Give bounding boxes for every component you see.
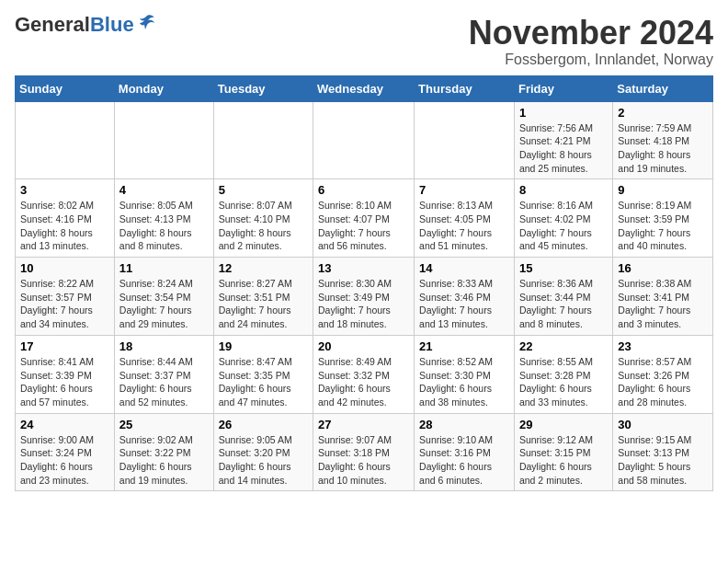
day-number: 30 — [618, 418, 708, 431]
weekday-friday: Friday — [514, 75, 612, 101]
location: Fossbergom, Innlandet, Norway — [469, 52, 713, 68]
day-number: 18 — [119, 339, 209, 353]
day-detail: Sunrise: 9:07 AMSunset: 3:18 PMDaylight:… — [318, 433, 409, 488]
week-row-3: 10Sunrise: 8:22 AMSunset: 3:57 PMDayligh… — [16, 258, 713, 336]
day-cell-6: 6Sunrise: 8:10 AMSunset: 4:07 PMDaylight… — [313, 179, 415, 258]
header: GeneralBlue November 2024 Fossbergom, In… — [15, 15, 713, 68]
day-number: 26 — [219, 418, 308, 431]
day-number: 28 — [419, 418, 509, 431]
week-row-4: 17Sunrise: 8:41 AMSunset: 3:39 PMDayligh… — [16, 335, 713, 413]
day-detail: Sunrise: 8:38 AMSunset: 3:41 PMDaylight:… — [618, 277, 708, 331]
day-detail: Sunrise: 8:22 AMSunset: 3:57 PMDaylight:… — [20, 277, 109, 331]
day-cell-28: 28Sunrise: 9:10 AMSunset: 3:16 PMDayligh… — [415, 413, 515, 491]
day-detail: Sunrise: 8:07 AMSunset: 4:10 PMDaylight:… — [219, 199, 308, 253]
weekday-wednesday: Wednesday — [313, 75, 415, 101]
day-detail: Sunrise: 8:16 AMSunset: 4:02 PMDaylight:… — [519, 199, 608, 253]
day-number: 1 — [519, 106, 608, 120]
day-cell-4: 4Sunrise: 8:05 AMSunset: 4:13 PMDaylight… — [114, 179, 213, 258]
day-number: 25 — [119, 418, 209, 431]
day-cell-23: 23Sunrise: 8:57 AMSunset: 3:26 PMDayligh… — [613, 335, 713, 413]
week-row-1: 1Sunrise: 7:56 AMSunset: 4:21 PMDaylight… — [16, 101, 713, 179]
day-cell-2: 2Sunrise: 7:59 AMSunset: 4:18 PMDaylight… — [613, 101, 713, 179]
day-number: 9 — [618, 183, 708, 197]
day-cell-16: 16Sunrise: 8:38 AMSunset: 3:41 PMDayligh… — [613, 258, 713, 336]
weekday-tuesday: Tuesday — [213, 75, 313, 101]
day-number: 10 — [20, 261, 109, 275]
day-detail: Sunrise: 9:05 AMSunset: 3:20 PMDaylight:… — [219, 433, 308, 488]
day-detail: Sunrise: 8:47 AMSunset: 3:35 PMDaylight:… — [219, 355, 308, 409]
day-number: 19 — [219, 339, 308, 353]
day-detail: Sunrise: 8:19 AMSunset: 3:59 PMDaylight:… — [618, 199, 708, 253]
day-detail: Sunrise: 8:49 AMSunset: 3:32 PMDaylight:… — [318, 355, 409, 409]
day-detail: Sunrise: 9:10 AMSunset: 3:16 PMDaylight:… — [419, 433, 509, 488]
weekday-monday: Monday — [114, 75, 213, 101]
month-title: November 2024 — [469, 15, 713, 52]
day-number: 7 — [419, 183, 509, 197]
day-detail: Sunrise: 8:10 AMSunset: 4:07 PMDaylight:… — [318, 199, 409, 253]
day-cell-22: 22Sunrise: 8:55 AMSunset: 3:28 PMDayligh… — [514, 335, 612, 413]
day-cell-24: 24Sunrise: 9:00 AMSunset: 3:24 PMDayligh… — [16, 413, 115, 491]
day-detail: Sunrise: 9:12 AMSunset: 3:15 PMDaylight:… — [519, 433, 608, 488]
week-row-5: 24Sunrise: 9:00 AMSunset: 3:24 PMDayligh… — [16, 413, 713, 491]
day-number: 29 — [519, 418, 608, 431]
day-cell-14: 14Sunrise: 8:33 AMSunset: 3:46 PMDayligh… — [415, 258, 515, 336]
day-cell-5: 5Sunrise: 8:07 AMSunset: 4:10 PMDaylight… — [213, 179, 313, 258]
logo: GeneralBlue — [15, 15, 156, 35]
weekday-thursday: Thursday — [415, 75, 515, 101]
day-detail: Sunrise: 9:15 AMSunset: 3:13 PMDaylight:… — [618, 433, 708, 488]
day-detail: Sunrise: 8:02 AMSunset: 4:16 PMDaylight:… — [20, 199, 109, 253]
day-cell-18: 18Sunrise: 8:44 AMSunset: 3:37 PMDayligh… — [114, 335, 213, 413]
day-number: 8 — [519, 183, 608, 197]
day-cell-17: 17Sunrise: 8:41 AMSunset: 3:39 PMDayligh… — [16, 335, 115, 413]
day-cell-29: 29Sunrise: 9:12 AMSunset: 3:15 PMDayligh… — [514, 413, 612, 491]
empty-cell — [313, 101, 415, 179]
day-cell-13: 13Sunrise: 8:30 AMSunset: 3:49 PMDayligh… — [313, 258, 415, 336]
day-detail: Sunrise: 8:41 AMSunset: 3:39 PMDaylight:… — [20, 355, 109, 409]
day-detail: Sunrise: 8:05 AMSunset: 4:13 PMDaylight:… — [119, 199, 209, 253]
day-cell-11: 11Sunrise: 8:24 AMSunset: 3:54 PMDayligh… — [114, 258, 213, 336]
day-cell-7: 7Sunrise: 8:13 AMSunset: 4:05 PMDaylight… — [415, 179, 515, 258]
day-cell-27: 27Sunrise: 9:07 AMSunset: 3:18 PMDayligh… — [313, 413, 415, 491]
day-detail: Sunrise: 9:02 AMSunset: 3:22 PMDaylight:… — [119, 433, 209, 488]
day-detail: Sunrise: 8:30 AMSunset: 3:49 PMDaylight:… — [318, 277, 409, 331]
day-detail: Sunrise: 7:56 AMSunset: 4:21 PMDaylight:… — [519, 121, 608, 176]
day-cell-25: 25Sunrise: 9:02 AMSunset: 3:22 PMDayligh… — [114, 413, 213, 491]
calendar: SundayMondayTuesdayWednesdayThursdayFrid… — [15, 75, 713, 492]
week-row-2: 3Sunrise: 8:02 AMSunset: 4:16 PMDaylight… — [16, 179, 713, 258]
empty-cell — [415, 101, 515, 179]
day-cell-30: 30Sunrise: 9:15 AMSunset: 3:13 PMDayligh… — [613, 413, 713, 491]
day-number: 3 — [20, 183, 109, 197]
day-detail: Sunrise: 9:00 AMSunset: 3:24 PMDaylight:… — [20, 433, 109, 488]
day-number: 6 — [318, 183, 409, 197]
day-number: 16 — [618, 261, 708, 275]
day-number: 15 — [519, 261, 608, 275]
calendar-body: 1Sunrise: 7:56 AMSunset: 4:21 PMDaylight… — [16, 101, 713, 491]
day-cell-26: 26Sunrise: 9:05 AMSunset: 3:20 PMDayligh… — [213, 413, 313, 491]
day-detail: Sunrise: 8:33 AMSunset: 3:46 PMDaylight:… — [419, 277, 509, 331]
day-detail: Sunrise: 8:13 AMSunset: 4:05 PMDaylight:… — [419, 199, 509, 253]
day-detail: Sunrise: 8:44 AMSunset: 3:37 PMDaylight:… — [119, 355, 209, 409]
day-cell-21: 21Sunrise: 8:52 AMSunset: 3:30 PMDayligh… — [415, 335, 515, 413]
weekday-sunday: Sunday — [16, 75, 115, 101]
day-number: 22 — [519, 339, 608, 353]
day-cell-20: 20Sunrise: 8:49 AMSunset: 3:32 PMDayligh… — [313, 335, 415, 413]
weekday-header-row: SundayMondayTuesdayWednesdayThursdayFrid… — [16, 75, 713, 101]
weekday-saturday: Saturday — [613, 75, 713, 101]
day-number: 5 — [219, 183, 308, 197]
day-number: 2 — [618, 106, 708, 120]
day-detail: Sunrise: 8:52 AMSunset: 3:30 PMDaylight:… — [419, 355, 509, 409]
day-cell-1: 1Sunrise: 7:56 AMSunset: 4:21 PMDaylight… — [514, 101, 612, 179]
day-cell-8: 8Sunrise: 8:16 AMSunset: 4:02 PMDaylight… — [514, 179, 612, 258]
empty-cell — [16, 101, 115, 179]
calendar-header: SundayMondayTuesdayWednesdayThursdayFrid… — [16, 75, 713, 101]
day-detail: Sunrise: 8:24 AMSunset: 3:54 PMDaylight:… — [119, 277, 209, 331]
empty-cell — [114, 101, 213, 179]
day-cell-9: 9Sunrise: 8:19 AMSunset: 3:59 PMDaylight… — [613, 179, 713, 258]
day-detail: Sunrise: 8:57 AMSunset: 3:26 PMDaylight:… — [618, 355, 708, 409]
day-number: 24 — [20, 418, 109, 431]
day-detail: Sunrise: 7:59 AMSunset: 4:18 PMDaylight:… — [618, 121, 708, 176]
day-cell-3: 3Sunrise: 8:02 AMSunset: 4:16 PMDaylight… — [16, 179, 115, 258]
day-number: 20 — [318, 339, 409, 353]
day-number: 14 — [419, 261, 509, 275]
day-cell-15: 15Sunrise: 8:36 AMSunset: 3:44 PMDayligh… — [514, 258, 612, 336]
